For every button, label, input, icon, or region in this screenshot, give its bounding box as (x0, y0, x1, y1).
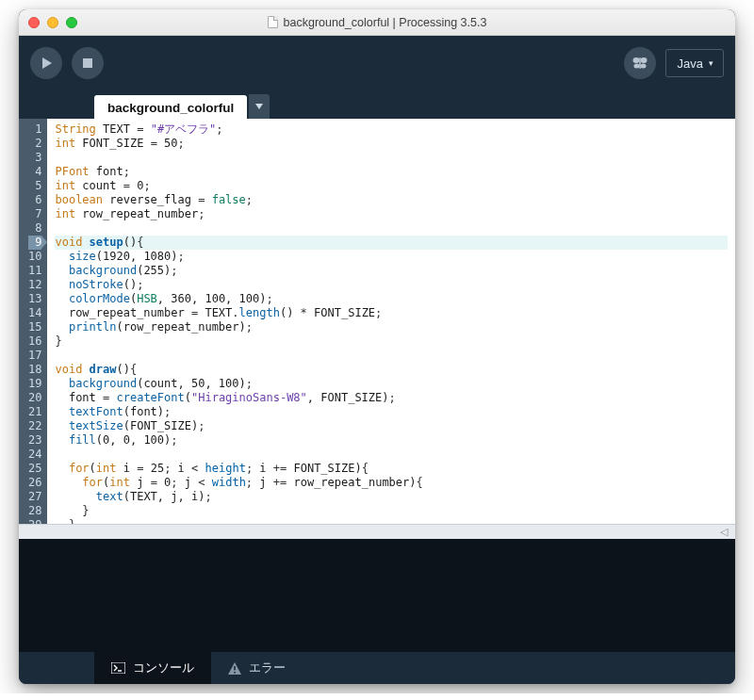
code-content[interactable]: String TEXT = "#アベフラ";int FONT_SIZE = 50… (47, 119, 735, 524)
chevron-down-icon: ▾ (709, 58, 713, 68)
console-tab[interactable]: コンソール (94, 652, 211, 684)
svg-point-4 (633, 64, 639, 69)
line-number: 5 (28, 179, 41, 193)
play-icon (40, 57, 53, 70)
code-line[interactable]: textFont(font); (55, 405, 728, 419)
line-number: 7 (28, 207, 41, 221)
code-line[interactable]: background(255); (55, 264, 728, 278)
code-line[interactable]: } (55, 504, 728, 518)
close-window-button[interactable] (28, 17, 40, 28)
code-line[interactable]: PFont font; (55, 165, 728, 179)
line-number: 29 (28, 518, 41, 524)
editor-divider[interactable]: ◁ (19, 524, 735, 539)
line-number: 4 (28, 165, 41, 179)
editor-area: 1234567891011121314151617181920212223242… (19, 119, 735, 539)
file-icon (268, 16, 278, 28)
svg-rect-8 (111, 662, 125, 674)
butterfly-icon (631, 55, 648, 72)
tab-bar: background_colorful (19, 90, 735, 119)
svg-rect-6 (639, 57, 641, 69)
code-line[interactable]: fill(0, 0, 100); (55, 433, 728, 448)
line-number: 28 (28, 504, 41, 518)
code-editor[interactable]: 1234567891011121314151617181920212223242… (19, 119, 735, 524)
code-line[interactable]: noStroke(); (55, 278, 728, 292)
line-number: 9 (28, 236, 41, 250)
line-number: 18 (28, 363, 41, 377)
svg-point-3 (640, 57, 647, 63)
line-number: 13 (28, 292, 41, 306)
toolbar: Java ▾ (19, 36, 735, 90)
code-line[interactable] (55, 221, 728, 236)
zoom-window-button[interactable] (66, 17, 77, 28)
tab-menu-button[interactable] (249, 94, 270, 119)
errors-tab[interactable]: エラー (211, 652, 303, 684)
line-number: 17 (28, 349, 41, 363)
line-number: 21 (28, 405, 41, 419)
code-line[interactable]: int count = 0; (55, 179, 728, 193)
code-line[interactable]: } (55, 518, 728, 524)
code-line[interactable]: void draw(){ (55, 363, 728, 377)
code-line[interactable]: void setup(){ (55, 236, 728, 250)
code-line[interactable]: row_repeat_number = TEXT.length() * FONT… (55, 306, 728, 320)
line-number-gutter: 1234567891011121314151617181920212223242… (19, 119, 47, 524)
code-line[interactable]: colorMode(HSB, 360, 100, 100); (55, 292, 728, 306)
errors-tab-label: エラー (249, 659, 286, 676)
code-line[interactable]: println(row_repeat_number); (55, 320, 728, 334)
code-line[interactable] (55, 151, 728, 165)
code-line[interactable]: String TEXT = "#アベフラ"; (55, 122, 728, 137)
stop-button[interactable] (72, 47, 104, 79)
collapse-marker-icon: ◁ (720, 526, 728, 538)
line-number: 26 (28, 476, 41, 490)
code-line[interactable]: font = createFont("HiraginoSans-W8", FON… (55, 391, 728, 405)
svg-marker-0 (42, 57, 52, 69)
console-icon (111, 662, 125, 674)
line-number: 23 (28, 433, 41, 448)
code-line[interactable] (55, 349, 728, 363)
line-number: 20 (28, 391, 41, 405)
warning-icon (228, 662, 241, 675)
svg-rect-11 (234, 666, 236, 671)
line-number: 19 (28, 377, 41, 391)
debug-button[interactable] (624, 47, 656, 79)
code-line[interactable]: int row_repeat_number; (55, 207, 728, 221)
code-line[interactable]: int FONT_SIZE = 50; (55, 137, 728, 151)
line-number: 14 (28, 306, 41, 320)
line-number: 2 (28, 137, 41, 151)
code-line[interactable]: for(int j = 0; j < width; j += row_repea… (55, 476, 728, 490)
line-number: 10 (28, 250, 41, 264)
console-tab-label: コンソール (133, 659, 194, 676)
svg-point-5 (640, 64, 646, 69)
line-number: 24 (28, 448, 41, 462)
code-line[interactable]: size(1920, 1080); (55, 250, 728, 264)
chevron-down-icon (255, 104, 263, 109)
line-number: 25 (28, 462, 41, 476)
run-button[interactable] (30, 47, 62, 79)
svg-rect-1 (83, 58, 92, 68)
titlebar: background_colorful | Processing 3.5.3 (19, 9, 735, 36)
window-title-text: background_colorful | Processing 3.5.3 (284, 16, 487, 29)
code-line[interactable]: boolean reverse_flag = false; (55, 193, 728, 207)
svg-point-2 (632, 57, 639, 63)
app-window: background_colorful | Processing 3.5.3 J… (19, 9, 735, 684)
console-output[interactable] (19, 539, 735, 652)
code-line[interactable]: for(int i = 25; i < height; i += FONT_SI… (55, 462, 728, 476)
language-mode-dropdown[interactable]: Java ▾ (665, 49, 724, 77)
svg-rect-12 (234, 672, 236, 674)
code-line[interactable] (55, 448, 728, 462)
code-line[interactable]: text(TEXT, j, i); (55, 490, 728, 504)
minimize-window-button[interactable] (47, 17, 58, 28)
svg-marker-7 (255, 104, 263, 109)
bottom-tab-bar: コンソール エラー (19, 652, 735, 684)
code-line[interactable]: } (55, 334, 728, 349)
sketch-tab[interactable]: background_colorful (94, 95, 247, 119)
line-number: 27 (28, 490, 41, 504)
line-number: 15 (28, 320, 41, 334)
language-label: Java (678, 57, 703, 71)
stop-icon (82, 57, 93, 69)
line-number: 8 (28, 221, 41, 236)
line-number: 12 (28, 278, 41, 292)
code-line[interactable]: textSize(FONT_SIZE); (55, 419, 728, 433)
code-line[interactable]: background(count, 50, 100); (55, 377, 728, 391)
line-number: 11 (28, 264, 41, 278)
tab-label: background_colorful (107, 101, 234, 115)
